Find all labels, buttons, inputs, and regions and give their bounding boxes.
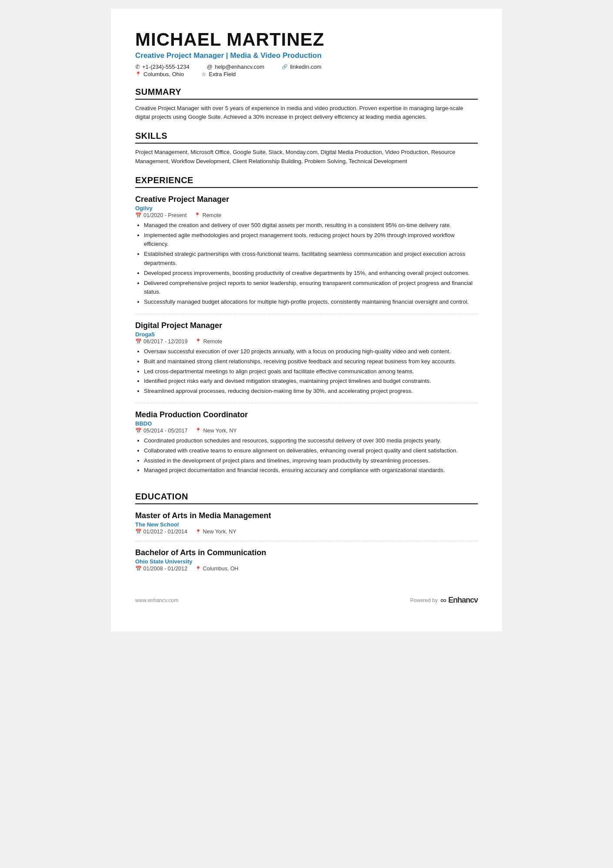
skills-section: SKILLS Project Management, Microsoft Off… <box>135 131 478 165</box>
bullet-item: Streamlined approval processes, reducing… <box>144 387 478 396</box>
experience-title: EXPERIENCE <box>135 175 478 188</box>
edu-block: Bachelor of Arts in Communication Ohio S… <box>135 548 478 578</box>
job-title-0: Creative Project Manager <box>135 195 478 204</box>
bullet-item: Established strategic partnerships with … <box>144 250 478 268</box>
bullet-item: Delivered comprehensive project reports … <box>144 279 478 297</box>
edu-school-0: The New School <box>135 521 478 528</box>
email-address: help@enhancv.com <box>215 64 264 70</box>
edu-meta-1: 📅 01/2008 - 01/2012 📍 Columbus, OH <box>135 566 478 572</box>
edu-dates-0: 📅 01/2012 - 01/2014 <box>135 529 187 535</box>
bullet-item: Built and maintained strong client relat… <box>144 357 478 366</box>
edu-degree-0: Master of Arts in Media Management <box>135 511 478 520</box>
summary-section: SUMMARY Creative Project Manager with ov… <box>135 87 478 121</box>
edu-block: Master of Arts in Media Management The N… <box>135 511 478 541</box>
job-block: Digital Project Manager Droga5 📅 06/2017… <box>135 321 478 403</box>
bullet-item: Coordinated production schedules and res… <box>144 436 478 446</box>
linkedin-icon: 🔗 <box>282 64 288 70</box>
company-name-1: Droga5 <box>135 331 478 338</box>
job-block: Media Production Coordinator BBDO 📅 05/2… <box>135 410 478 482</box>
experience-jobs: Creative Project Manager Ogilvy 📅 01/202… <box>135 195 478 482</box>
job-title: Creative Project Manager | Media & Video… <box>135 51 478 60</box>
bullet-item: Managed the creation and delivery of ove… <box>144 221 478 230</box>
bullet-item: Led cross-departmental meetings to align… <box>144 367 478 376</box>
job-bullets-1: Oversaw successful execution of over 120… <box>135 347 478 396</box>
company-name-2: BBDO <box>135 420 478 427</box>
bullet-item: Implemented agile methodologies and proj… <box>144 231 478 249</box>
contact-row-1: ✆ +1-(234)-555-1234 @ help@enhancv.com 🔗… <box>135 64 478 70</box>
job-location-0: 📍 Remote <box>194 212 221 218</box>
summary-title: SUMMARY <box>135 87 478 100</box>
edu-school-1: Ohio State University <box>135 558 478 565</box>
job-meta-1: 📅 06/2017 - 12/2019 📍 Remote <box>135 338 478 345</box>
header: MICHAEL MARTINEZ Creative Project Manage… <box>135 30 478 77</box>
phone-number: +1-(234)-555-1234 <box>142 64 190 70</box>
extra-field-contact: ☆ Extra Field <box>201 71 236 77</box>
star-icon: ☆ <box>201 71 207 77</box>
bullet-item: Identified project risks early and devis… <box>144 377 478 386</box>
job-title-1: Digital Project Manager <box>135 321 478 330</box>
bullet-item: Managed project documentation and financ… <box>144 466 478 475</box>
full-name: MICHAEL MARTINEZ <box>135 30 478 50</box>
resume-page: MICHAEL MARTINEZ Creative Project Manage… <box>111 9 502 631</box>
email-contact: @ help@enhancv.com <box>207 64 264 70</box>
footer: www.enhancv.com Powered by ∞ Enhancv <box>135 595 478 605</box>
location-contact: 📍 Columbus, Ohio <box>135 71 184 77</box>
job-dates-0: 📅 01/2020 - Present <box>135 212 187 218</box>
bullet-item: Developed process improvements, boosting… <box>144 269 478 278</box>
email-icon: @ <box>207 64 213 70</box>
company-name-0: Ogilvy <box>135 205 478 211</box>
bullet-item: Assisted in the development of project p… <box>144 456 478 466</box>
enhancv-icon: ∞ <box>440 595 446 605</box>
edu-meta-0: 📅 01/2012 - 01/2014 📍 New York, NY <box>135 529 478 535</box>
education-degrees: Master of Arts in Media Management The N… <box>135 511 478 578</box>
location-text: Columbus, Ohio <box>143 71 184 77</box>
linkedin-url: linkedin.com <box>290 64 321 70</box>
bullet-item: Oversaw successful execution of over 120… <box>144 347 478 356</box>
location-icon: 📍 <box>135 71 141 77</box>
job-location-2: 📍 New York, NY <box>195 428 237 434</box>
skills-text: Project Management, Microsoft Office, Go… <box>135 148 478 165</box>
education-title: EDUCATION <box>135 492 478 504</box>
job-dates-1: 📅 06/2017 - 12/2019 <box>135 338 187 345</box>
edu-dates-1: 📅 01/2008 - 01/2012 <box>135 566 187 572</box>
powered-by-text: Powered by <box>410 597 437 603</box>
education-section: EDUCATION Master of Arts in Media Manage… <box>135 492 478 578</box>
job-block: Creative Project Manager Ogilvy 📅 01/202… <box>135 195 478 314</box>
brand-name: Enhancv <box>448 596 478 605</box>
summary-text: Creative Project Manager with over 5 yea… <box>135 104 478 121</box>
phone-icon: ✆ <box>135 64 140 70</box>
phone-contact: ✆ +1-(234)-555-1234 <box>135 64 190 70</box>
job-bullets-2: Coordinated production schedules and res… <box>135 436 478 475</box>
footer-website: www.enhancv.com <box>135 597 178 603</box>
skills-title: SKILLS <box>135 131 478 144</box>
edu-degree-1: Bachelor of Arts in Communication <box>135 548 478 557</box>
job-bullets-0: Managed the creation and delivery of ove… <box>135 221 478 307</box>
job-meta-0: 📅 01/2020 - Present 📍 Remote <box>135 212 478 218</box>
contact-row-2: 📍 Columbus, Ohio ☆ Extra Field <box>135 71 478 77</box>
job-meta-2: 📅 05/2014 - 05/2017 📍 New York, NY <box>135 428 478 434</box>
linkedin-contact: 🔗 linkedin.com <box>282 64 321 70</box>
job-title-2: Media Production Coordinator <box>135 410 478 419</box>
edu-location-1: 📍 Columbus, OH <box>195 566 238 572</box>
bullet-item: Successfully managed budget allocations … <box>144 298 478 307</box>
job-location-1: 📍 Remote <box>195 338 222 345</box>
bullet-item: Collaborated with creative teams to ensu… <box>144 446 478 456</box>
job-dates-2: 📅 05/2014 - 05/2017 <box>135 428 187 434</box>
extra-field-text: Extra Field <box>209 71 236 77</box>
experience-section: EXPERIENCE Creative Project Manager Ogil… <box>135 175 478 482</box>
edu-location-0: 📍 New York, NY <box>195 529 237 535</box>
footer-logo: Powered by ∞ Enhancv <box>410 595 478 605</box>
